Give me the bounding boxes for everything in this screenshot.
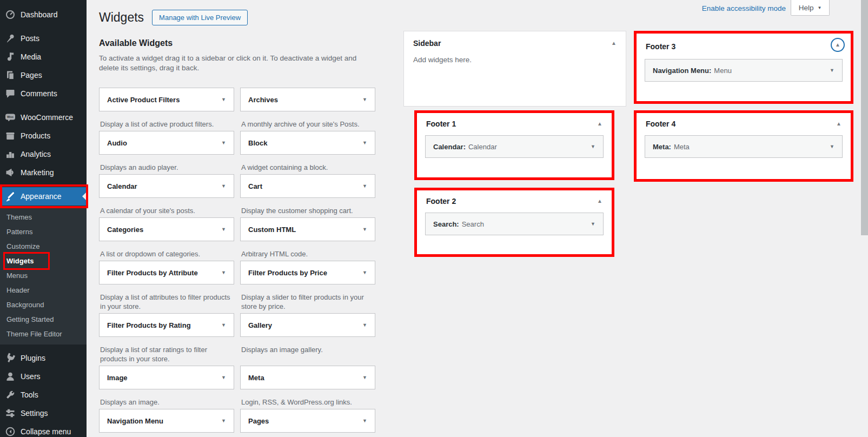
sidebar-item-posts[interactable]: Posts [0,29,87,48]
enable-accessibility-mode-link[interactable]: Enable accessibility mode [702,4,786,12]
annotation-box-footer-4: Footer 4 ▲ Meta: Meta ▼ [634,110,853,182]
sidebar-item-media[interactable]: Media [0,48,87,66]
submenu-item-patterns[interactable]: Patterns [0,224,87,239]
chevron-down-icon[interactable]: ▼ [362,323,367,328]
bar-chart-icon [5,149,16,160]
widget-card-filter-products-by-attribute[interactable]: Filter Products by Attribute ▼ [99,261,234,284]
widget-card-audio[interactable]: Audio ▼ [99,131,234,155]
widget-card-navigation-menu[interactable]: Navigation Menu ▼ [99,409,234,433]
submenu-item-header[interactable]: Header [0,283,87,297]
collapse-toggle-icon[interactable]: ▲ [836,121,842,127]
widget-card-pages[interactable]: Pages ▼ [240,409,375,433]
widget-card-custom-html[interactable]: Custom HTML ▼ [240,217,375,241]
widget-card-filter-products-by-price[interactable]: Filter Products by Price ▼ [240,261,375,284]
widget-card-filter-products-by-rating[interactable]: Filter Products by Rating ▼ [99,313,234,337]
admin-menu-list: Dashboard Posts Media Pages Comments Woo… [0,0,87,206]
widget-cell: Filter Products by Rating ▼ Display a li… [99,313,234,363]
dashboard-icon [5,9,16,20]
manage-with-live-preview-button[interactable]: Manage with Live Preview [152,10,248,25]
chevron-down-icon[interactable]: ▼ [221,227,226,232]
chevron-down-icon[interactable]: ▼ [221,141,226,145]
widget-card-cart[interactable]: Cart ▼ [240,174,375,198]
sidebar-item-label: Marketing [21,168,54,177]
chevron-down-icon[interactable]: ▼ [830,144,834,149]
sidebar-item-label: Pages [21,71,42,80]
collapse-toggle-icon[interactable]: ▲ [597,198,602,204]
placed-widget-navigation-menu[interactable]: Navigation Menu: Menu ▼ [645,59,843,82]
pin-icon [5,33,16,44]
collapse-toggle-icon[interactable]: ▲ [611,41,617,46]
chevron-down-icon[interactable]: ▼ [221,270,226,275]
sidebar-item-users[interactable]: Users [0,367,87,386]
sidebar-item-label: Plugins [21,354,45,362]
widget-card-block[interactable]: Block ▼ [240,131,375,155]
chevron-down-icon[interactable]: ▼ [221,419,226,423]
sidebar-item-comments[interactable]: Comments [0,84,87,103]
sidebar-item-label: Users [21,372,41,381]
page-header: Widgets Manage with Live Preview [99,9,376,26]
megaphone-icon [5,167,16,178]
submenu-item-theme-file-editor[interactable]: Theme File Editor [0,327,87,341]
submenu-item-customize[interactable]: Customize [0,239,87,254]
chevron-down-icon[interactable]: ▼ [830,68,834,73]
chevron-down-icon[interactable]: ▼ [591,222,595,227]
submenu-item-menus[interactable]: Menus [0,268,87,283]
chevron-down-icon[interactable]: ▼ [362,375,367,380]
chevron-down-icon[interactable]: ▼ [362,97,367,102]
chevron-down-icon: ▼ [817,5,821,10]
widget-card-calendar[interactable]: Calendar ▼ [99,174,234,198]
collapse-toggle-icon[interactable]: ▲ [597,121,602,127]
submenu-item-background[interactable]: Background [0,297,87,312]
current-menu-arrow [82,192,87,201]
widget-cell: Custom HTML ▼ Arbitrary HTML code. [240,217,375,259]
placed-widget-calendar[interactable]: Calendar: Calendar ▼ [425,135,604,158]
sidebar-item-products[interactable]: Products [0,127,87,145]
chevron-down-icon[interactable]: ▼ [362,227,367,232]
chevron-down-icon[interactable]: ▼ [221,323,226,328]
chevron-down-icon[interactable]: ▼ [362,270,367,275]
widget-card-meta[interactable]: Meta ▼ [240,366,375,389]
chevron-down-icon[interactable]: ▼ [362,184,367,189]
widget-description: A calendar of your site's posts. [100,206,233,215]
chevron-down-icon[interactable]: ▼ [362,141,367,145]
page-title: Widgets [99,9,144,26]
chevron-down-icon[interactable]: ▼ [221,184,226,189]
sidebar-item-label: Tools [21,390,38,399]
sidebar-item-woocommerce[interactable]: Woo WooCommerce [0,108,87,127]
sidebar-item-marketing[interactable]: Marketing [0,163,87,182]
widget-description: A monthly archive of your site's Posts. [241,120,374,129]
sidebar-item-plugins[interactable]: Plugins [0,349,87,367]
chevron-down-icon[interactable]: ▼ [362,419,367,423]
widget-card-categories[interactable]: Categories ▼ [99,217,234,241]
vertical-scrollbar[interactable] [861,0,868,437]
sidebar-item-label: Settings [21,409,48,418]
chevron-down-icon[interactable]: ▼ [591,144,595,149]
submenu-item-widgets[interactable]: Widgets [0,254,87,268]
widget-cell: Image ▼ Displays an image. [99,366,234,407]
sidebar-item-settings[interactable]: Settings [0,404,87,422]
sidebar-item-dashboard[interactable]: Dashboard [0,5,87,24]
sidebar-item-analytics[interactable]: Analytics [0,145,87,163]
annotation-box-footer-2: Footer 2 ▲ Search: Search ▼ [414,188,614,257]
collapse-toggle-focused[interactable]: ▲ [831,38,845,52]
scrollbar-thumb[interactable] [861,0,868,235]
sidebar-item-appearance[interactable]: Appearance [0,187,87,206]
widget-card-active-product-filters[interactable]: Active Product Filters ▼ [99,88,234,111]
submenu-item-themes[interactable]: Themes [0,210,87,224]
widget-card-image[interactable]: Image ▼ [99,366,234,389]
submenu-item-getting-started[interactable]: Getting Started [0,312,87,327]
widget-card-gallery[interactable]: Gallery ▼ [240,313,375,337]
placed-widget-meta[interactable]: Meta: Meta ▼ [645,135,843,158]
chevron-down-icon[interactable]: ▼ [221,97,226,102]
sidebar-item-collapse-menu[interactable]: Collapse menu [0,422,87,437]
widget-cell: Categories ▼ A list or dropdown of categ… [99,217,234,259]
sidebar-item-pages[interactable]: Pages [0,66,87,84]
help-dropdown[interactable]: Help ▼ [791,0,830,16]
available-widgets-heading: Available Widgets [99,38,376,49]
widget-cell: Filter Products by Price ▼ Display a sli… [240,261,375,311]
sidebar-item-tools[interactable]: Tools [0,386,87,404]
widget-area-title: Footer 3 [646,42,675,51]
placed-widget-search[interactable]: Search: Search ▼ [425,213,604,235]
chevron-down-icon[interactable]: ▼ [221,375,226,380]
widget-card-archives[interactable]: Archives ▼ [240,88,375,111]
